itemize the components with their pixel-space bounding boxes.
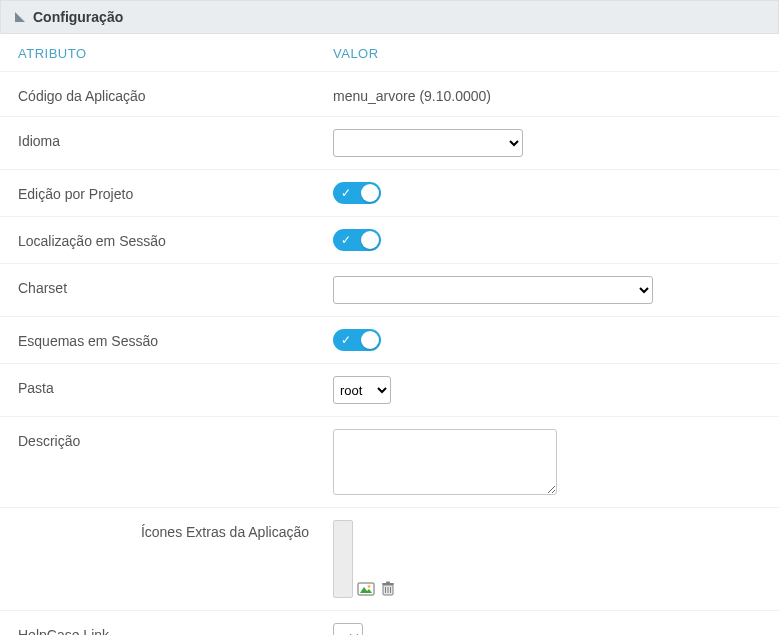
icon-list-well[interactable] bbox=[333, 520, 353, 598]
row-helpcase: HelpCase Link bbox=[0, 611, 779, 635]
svg-point-3 bbox=[368, 585, 371, 588]
svg-marker-0 bbox=[15, 12, 25, 22]
select-charset[interactable] bbox=[333, 276, 653, 304]
label-descricao: Descrição bbox=[18, 429, 333, 449]
row-edicao-projeto: Edição por Projeto ✓ bbox=[0, 170, 779, 217]
toggle-esquemas-sessao[interactable]: ✓ bbox=[333, 329, 381, 351]
toggle-knob bbox=[361, 331, 379, 349]
label-codigo: Código da Aplicação bbox=[18, 84, 333, 104]
row-charset: Charset bbox=[0, 264, 779, 317]
toggle-knob bbox=[361, 231, 379, 249]
select-helpcase[interactable] bbox=[333, 623, 363, 635]
svg-rect-6 bbox=[386, 582, 390, 584]
toggle-knob bbox=[361, 184, 379, 202]
row-localizacao-sessao: Localização em Sessão ✓ bbox=[0, 217, 779, 264]
select-idioma[interactable] bbox=[333, 129, 523, 157]
icon-picker bbox=[333, 520, 397, 598]
check-icon: ✓ bbox=[341, 234, 351, 246]
label-edicao-projeto: Edição por Projeto bbox=[18, 182, 333, 202]
check-icon: ✓ bbox=[341, 334, 351, 346]
column-headers: ATRIBUTO VALOR bbox=[0, 34, 779, 72]
toggle-edicao-projeto[interactable]: ✓ bbox=[333, 182, 381, 204]
label-icones-extras: Ícones Extras da Aplicação bbox=[18, 520, 333, 540]
label-pasta: Pasta bbox=[18, 376, 333, 396]
panel-header[interactable]: Configuração bbox=[0, 0, 779, 34]
toggle-localizacao-sessao[interactable]: ✓ bbox=[333, 229, 381, 251]
svg-rect-1 bbox=[358, 583, 374, 595]
panel-title: Configuração bbox=[33, 9, 123, 25]
row-descricao: Descrição bbox=[0, 417, 779, 508]
label-helpcase: HelpCase Link bbox=[18, 623, 333, 635]
collapse-icon bbox=[15, 9, 25, 25]
label-idioma: Idioma bbox=[18, 129, 333, 149]
select-pasta[interactable]: root bbox=[333, 376, 391, 404]
image-add-icon[interactable] bbox=[357, 580, 375, 598]
trash-icon[interactable] bbox=[379, 580, 397, 598]
label-esquemas-sessao: Esquemas em Sessão bbox=[18, 329, 333, 349]
row-idioma: Idioma bbox=[0, 117, 779, 170]
row-codigo: Código da Aplicação menu_arvore (9.10.00… bbox=[0, 72, 779, 117]
column-header-val: VALOR bbox=[333, 46, 761, 61]
row-icones-extras: Ícones Extras da Aplicação bbox=[0, 508, 779, 611]
check-icon: ✓ bbox=[341, 187, 351, 199]
row-pasta: Pasta root bbox=[0, 364, 779, 417]
row-esquemas-sessao: Esquemas em Sessão ✓ bbox=[0, 317, 779, 364]
column-header-attr: ATRIBUTO bbox=[18, 46, 333, 61]
value-codigo: menu_arvore (9.10.0000) bbox=[333, 84, 491, 104]
textarea-descricao[interactable] bbox=[333, 429, 557, 495]
label-charset: Charset bbox=[18, 276, 333, 296]
label-localizacao-sessao: Localização em Sessão bbox=[18, 229, 333, 249]
